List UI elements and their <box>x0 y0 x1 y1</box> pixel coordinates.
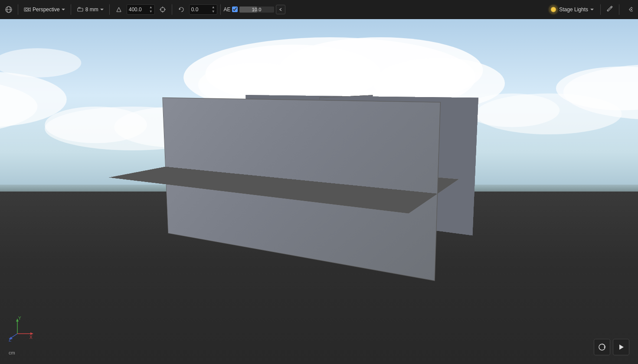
ae-checkbox[interactable] <box>232 6 238 12</box>
exposure-bar[interactable]: 10.0 <box>239 6 274 13</box>
separator-4 <box>172 4 172 15</box>
target-icon <box>626 6 633 13</box>
svg-marker-19 <box>590 9 594 10</box>
lens-icon <box>77 6 84 13</box>
svg-marker-9 <box>100 9 104 10</box>
chevron-left-icon <box>278 7 283 12</box>
view-mode-icon <box>5 6 13 13</box>
svg-rect-7 <box>78 8 83 11</box>
focal-angle-icon-button[interactable] <box>113 3 125 16</box>
crosshair-icon <box>159 6 166 13</box>
svg-line-10 <box>117 7 119 12</box>
rotation-input[interactable]: 0.0 <box>191 6 211 13</box>
x-axis-label: X <box>29 335 33 340</box>
svg-point-4 <box>26 8 28 10</box>
y-axis-label: Y <box>18 316 21 321</box>
toolbar-right: Stage Lights <box>547 3 635 16</box>
focal-up-arrow[interactable]: ▲ <box>149 5 153 10</box>
svg-marker-51 <box>619 344 624 350</box>
perspective-label: Perspective <box>33 6 60 13</box>
svg-rect-8 <box>79 7 80 8</box>
stage-lights-dropdown-icon <box>590 8 594 11</box>
exposure-group: 10.0 <box>239 6 274 13</box>
dropdown-arrow-icon <box>62 8 65 11</box>
3d-box <box>208 96 462 256</box>
coordinate-axes: Y Z X <box>9 316 35 342</box>
rotation-up-arrow[interactable]: ▲ <box>212 5 215 10</box>
camera-view-button[interactable]: Perspective <box>21 6 68 13</box>
separator-5 <box>220 4 221 15</box>
rotation-icon <box>178 6 185 13</box>
crosshair-button[interactable] <box>157 3 169 16</box>
ae-label: AE <box>224 6 231 13</box>
rotation-spinbox: ▲ ▼ <box>212 5 215 14</box>
focal-down-arrow[interactable]: ▼ <box>149 10 153 14</box>
svg-marker-5 <box>29 8 30 11</box>
3d-scene <box>0 19 638 364</box>
rotation-input-group: 0.0 ▲ ▼ <box>189 4 217 15</box>
focal-length-input-group: 400.0 ▲ ▼ <box>127 4 155 15</box>
pencil-icon <box>606 5 613 12</box>
separator-right-2 <box>619 4 619 15</box>
camera-dropdown-icon <box>100 8 104 11</box>
rotation-button[interactable] <box>175 3 187 16</box>
exposure-value: 10.0 <box>239 6 274 13</box>
svg-marker-6 <box>62 9 65 10</box>
3d-viewport[interactable]: Y Z X cm <box>0 19 638 364</box>
camera-mm-label: 8 mm <box>85 6 98 13</box>
target-button[interactable] <box>623 3 635 16</box>
stage-lights-button[interactable]: Stage Lights <box>547 5 596 14</box>
svg-marker-18 <box>179 8 181 10</box>
svg-point-21 <box>631 9 632 10</box>
edit-button[interactable] <box>605 3 615 15</box>
stage-lights-label: Stage Lights <box>559 6 588 13</box>
focal-length-spinbox: ▲ ▼ <box>149 5 153 14</box>
separator-right-1 <box>600 4 601 15</box>
separator-3 <box>109 4 110 15</box>
z-axis-label: Z <box>9 338 11 342</box>
unit-label: cm <box>9 350 15 355</box>
play-button[interactable] <box>613 339 629 355</box>
collapse-button[interactable] <box>276 5 285 14</box>
sun-icon <box>550 6 557 13</box>
svg-line-11 <box>119 7 121 12</box>
play-icon <box>617 343 625 351</box>
loop-icon <box>598 343 606 351</box>
svg-marker-50 <box>604 346 605 348</box>
lens-button[interactable]: 8 mm <box>74 6 106 13</box>
separator-1 <box>18 4 18 15</box>
camera-icon <box>24 6 31 13</box>
view-mode-button[interactable] <box>3 3 15 16</box>
ae-checkbox-group: AE <box>224 6 238 13</box>
separator-2 <box>71 4 71 15</box>
viewport-toolbar: Perspective 8 mm 400.0 ▲ ▼ <box>0 0 638 19</box>
angle-icon <box>115 6 122 13</box>
focal-length-input[interactable]: 400.0 <box>129 6 148 13</box>
rotation-down-arrow[interactable]: ▼ <box>212 10 215 14</box>
loop-render-button[interactable] <box>594 339 610 355</box>
bottom-right-controls <box>594 339 629 355</box>
